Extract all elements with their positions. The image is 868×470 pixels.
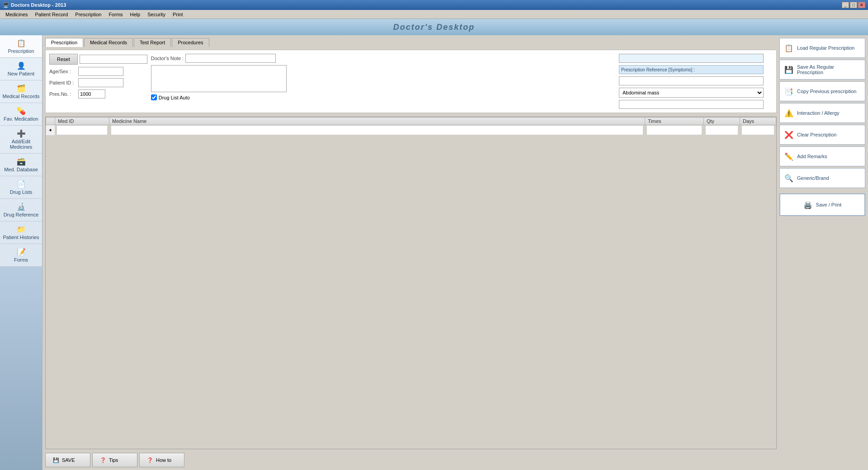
reset-button[interactable]: Reset: [49, 54, 78, 65]
days-input[interactable]: [742, 126, 774, 135]
sidebar-item-medical-records[interactable]: 🗂️ Medical Records: [0, 80, 42, 103]
tips-icon: ❓: [100, 457, 106, 463]
add-remarks-button[interactable]: ✏️ Add Remarks: [779, 146, 865, 166]
age-sex-row: Age/Sex :: [49, 67, 147, 76]
medicine-table: Med ID Medicine Name Times Qty Days ✦: [46, 117, 776, 136]
tips-button[interactable]: ❓ Tips: [92, 453, 137, 467]
menu-patient-record[interactable]: Patient Record: [32, 11, 72, 18]
sidebar-label-forms: Forms: [14, 257, 28, 263]
menu-medicines[interactable]: Medicines: [2, 11, 32, 18]
menu-help[interactable]: Help: [127, 11, 144, 18]
qty-input[interactable]: [706, 126, 738, 135]
interaction-allergy-button[interactable]: ⚠️ Interaction / Allergy: [779, 103, 865, 123]
prescription-icon: 📋: [17, 39, 26, 47]
save-print-button[interactable]: 🖨️ Save / Print: [779, 193, 865, 216]
pres-no-row: Pres.No. :: [49, 89, 147, 99]
sidebar: 📋 Prescription 👤 New Patient 🗂️ Medical …: [0, 35, 42, 470]
fav-medication-icon: 💊: [17, 107, 26, 115]
save-regular-button[interactable]: 💾 Save As Regular Prescription: [779, 60, 865, 80]
tab-prescription[interactable]: Prescription: [45, 38, 83, 47]
clear-prescription-button[interactable]: ❌ Clear Prescription: [779, 125, 865, 145]
bottom-bar: 💾 SAVE ❓ Tips ❓ How to: [45, 453, 777, 467]
table-row-new: ✦: [46, 125, 776, 136]
sidebar-item-med-database[interactable]: 🗃️ Med. Database: [0, 154, 42, 176]
patient-id-input[interactable]: [78, 78, 123, 87]
app-title: Doctor's Desktop: [393, 23, 475, 32]
copy-previous-label: Copy Previous prescription: [797, 89, 856, 94]
col-days: Days: [740, 118, 776, 125]
sidebar-label-med-database: Med. Database: [4, 167, 38, 172]
save-icon: 💾: [53, 457, 59, 463]
copy-previous-button[interactable]: 📑 Copy Previous prescription: [779, 81, 865, 101]
sidebar-label-fav-medication: Fav. Medication: [4, 116, 38, 122]
sidebar-item-drug-lists[interactable]: 📄 Drug Lists: [0, 176, 42, 199]
generic-brand-button[interactable]: 🔍 Generic/Brand: [779, 168, 865, 188]
sidebar-item-drug-reference[interactable]: 🔬 Drug Reference: [0, 199, 42, 221]
pres-ref-header-input[interactable]: [619, 65, 764, 74]
sidebar-label-prescription: Prescription: [8, 48, 34, 54]
drug-list-auto-label: Drug List Auto: [159, 95, 190, 100]
notes-textarea[interactable]: [151, 65, 287, 92]
load-regular-icon: 📋: [784, 44, 793, 52]
medicine-name-cell[interactable]: [109, 125, 645, 136]
tab-procedures[interactable]: Procedures: [172, 38, 209, 47]
menu-prescription[interactable]: Prescription: [71, 11, 105, 18]
qty-cell[interactable]: [704, 125, 740, 136]
drug-list-auto-checkbox[interactable]: [151, 94, 157, 100]
howto-button[interactable]: ❓ How to: [139, 453, 184, 467]
minimize-button[interactable]: _: [842, 2, 849, 8]
drug-list-auto-row: Drug List Auto: [151, 94, 615, 100]
symptom-notes-input[interactable]: [619, 100, 764, 109]
sidebar-item-add-edit-medicines[interactable]: ➕ Add/Edit Medicines: [0, 126, 42, 154]
howto-label: How to: [156, 457, 171, 463]
pres-ref-input[interactable]: [619, 76, 764, 85]
copy-previous-icon: 📑: [784, 87, 793, 96]
sidebar-item-patient-histories[interactable]: 📁 Patient Histories: [0, 221, 42, 244]
patient-name-input[interactable]: [80, 55, 147, 64]
sidebar-label-add-edit: Add/Edit Medicines: [2, 139, 40, 150]
pres-ref-label-row: [619, 54, 773, 63]
save-button[interactable]: 💾 SAVE: [45, 453, 90, 467]
sidebar-item-prescription[interactable]: 📋 Prescription: [0, 35, 42, 58]
tab-medical-records[interactable]: Medical Records: [84, 38, 133, 47]
sidebar-item-fav-medication[interactable]: 💊 Fav. Medication: [0, 103, 42, 126]
maximize-button[interactable]: □: [850, 2, 857, 8]
form-mid-column: Doctor's Note : Drug List Auto: [151, 54, 615, 109]
right-panel: 📋 Load Regular Prescription 💾 Save As Re…: [779, 38, 865, 467]
tab-bar: Prescription Medical Records Test Report…: [45, 38, 777, 47]
reset-row: Reset: [49, 54, 147, 65]
sidebar-item-new-patient[interactable]: 👤 New Patient: [0, 58, 42, 80]
forms-icon: 📝: [17, 248, 26, 256]
tab-test-report[interactable]: Test Report: [134, 38, 171, 47]
close-button[interactable]: ✕: [858, 2, 865, 8]
symptom-dropdown-row: Abdominal mass Fever Headache Cough: [619, 88, 773, 98]
doctors-note-input[interactable]: [185, 54, 276, 63]
content-area: Prescription Medical Records Test Report…: [42, 35, 868, 470]
menu-forms[interactable]: Forms: [105, 11, 126, 18]
form-right-column: Abdominal mass Fever Headache Cough: [619, 54, 773, 109]
med-id-input[interactable]: [57, 126, 107, 135]
clear-prescription-label: Clear Prescription: [797, 132, 836, 137]
col-marker: [46, 118, 55, 125]
pres-no-input[interactable]: [78, 89, 105, 99]
age-sex-input[interactable]: [78, 67, 123, 76]
sidebar-item-forms[interactable]: 📝 Forms: [0, 244, 42, 267]
pres-ref-header: [619, 65, 773, 74]
form-left-column: Reset Age/Sex : Patient ID : Pres.No. :: [49, 54, 147, 109]
window-controls: _ □ ✕: [842, 2, 865, 8]
days-cell[interactable]: [740, 125, 776, 136]
med-id-cell[interactable]: [55, 125, 109, 136]
menu-security[interactable]: Security: [144, 11, 169, 18]
patient-id-row: Patient ID :: [49, 78, 147, 87]
load-regular-button[interactable]: 📋 Load Regular Prescription: [779, 38, 865, 58]
times-cell[interactable]: [645, 125, 704, 136]
interaction-allergy-label: Interaction / Allergy: [797, 110, 840, 116]
menu-print[interactable]: Print: [169, 11, 187, 18]
times-input[interactable]: [647, 126, 702, 135]
doctors-note-row: Doctor's Note :: [151, 54, 615, 63]
sidebar-bottom: [0, 267, 42, 470]
pres-ref-label-input[interactable]: [619, 54, 764, 63]
medicine-name-input[interactable]: [111, 126, 643, 135]
symptom-select[interactable]: Abdominal mass Fever Headache Cough: [619, 88, 764, 98]
drug-lists-icon: 📄: [17, 180, 26, 188]
